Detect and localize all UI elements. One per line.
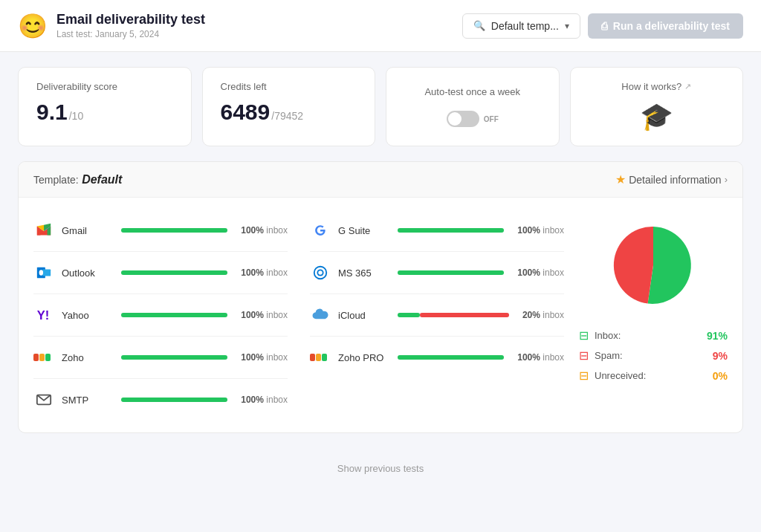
yahoo-name: Yahoo <box>62 310 114 321</box>
inbox-icon: ⊟ <box>579 328 589 343</box>
icloud-icon <box>310 305 331 325</box>
ms365-icon <box>310 262 331 283</box>
zoho-name: Zoho <box>62 352 114 363</box>
outlook-label: 100% inbox <box>241 267 288 278</box>
chevron-down-icon: ▾ <box>565 21 569 31</box>
page-title: Email deliverability test <box>56 12 205 27</box>
provider-row-icloud: iCloud 20% inbox <box>310 294 564 337</box>
gmail-bar <box>121 228 227 233</box>
svg-point-11 <box>318 270 323 275</box>
spam-legend-value: 9% <box>713 350 728 362</box>
deliverability-sub: /10 <box>69 110 83 122</box>
detailed-information-link[interactable]: ★ Detailed information › <box>615 172 728 186</box>
metrics-row: Deliverability score 9.1 /10 Credits lef… <box>0 52 761 161</box>
provider-row-zoho-pro: Zoho PRO 100% inbox <box>310 337 564 378</box>
provider-row-gsuite: G Suite 100% inbox <box>310 210 564 252</box>
legend-spam: ⊟ Spam: 9% <box>579 348 728 363</box>
svg-rect-6 <box>39 354 45 361</box>
credits-value: 6489 /79452 <box>221 100 357 125</box>
zoho-pro-icon <box>310 347 331 368</box>
autotest-card: Auto-test once a week OFF <box>386 67 560 146</box>
gmail-label: 100% inbox <box>241 225 288 236</box>
svg-rect-13 <box>316 354 321 361</box>
gsuite-label: 100% inbox <box>517 225 564 236</box>
svg-rect-2 <box>42 269 51 276</box>
gsuite-name: G Suite <box>338 225 390 236</box>
star-icon: ★ <box>615 172 626 186</box>
template-prefix: Template: <box>33 174 79 186</box>
credits-label: Credits left <box>221 81 357 92</box>
zoho-icon <box>33 347 54 368</box>
footer: Show previous tests <box>0 448 761 489</box>
smtp-name: SMTP <box>62 395 114 406</box>
run-test-button[interactable]: ⎙ Run a deliverability test <box>588 13 743 39</box>
svg-rect-7 <box>45 354 51 361</box>
search-icon: 🔍 <box>473 20 485 31</box>
header-info: Email deliverability test Last test: Jan… <box>56 12 205 39</box>
yahoo-bar <box>121 313 227 317</box>
spam-legend-label: Spam: <box>595 350 623 361</box>
icloud-name: iCloud <box>338 310 390 321</box>
header-right: 🔍 Default temp... ▾ ⎙ Run a deliverabili… <box>462 13 743 39</box>
provider-row-gmail: Gmail 100% inbox <box>33 210 288 252</box>
svg-rect-14 <box>322 354 327 361</box>
ms365-name: MS 365 <box>338 267 390 279</box>
credits-card: Credits left 6489 /79452 <box>202 67 376 146</box>
chevron-right-icon: › <box>725 174 728 185</box>
deliverability-label: Deliverability score <box>36 81 173 92</box>
detailed-label: Detailed information <box>629 174 722 186</box>
outlook-icon <box>33 262 54 283</box>
provider-row-smtp: SMTP 100% inbox <box>33 379 288 421</box>
last-test-date: Last test: January 5, 2024 <box>56 29 205 39</box>
ms365-label: 100% inbox <box>517 267 564 278</box>
svg-text:Y!: Y! <box>37 308 50 322</box>
smtp-label: 100% inbox <box>241 395 288 405</box>
inbox-legend-value: 91% <box>707 330 728 342</box>
unreceived-legend-value: 0% <box>713 370 728 382</box>
toggle-state-label: OFF <box>484 115 499 123</box>
header-emoji: 😊 <box>18 14 48 38</box>
header-left: 😊 Email deliverability test Last test: J… <box>18 12 205 39</box>
template-dropdown[interactable]: 🔍 Default temp... ▾ <box>462 13 580 39</box>
pie-legend: ⊟ Inbox: 91% ⊟ Spam: 9% ⊟ Unreceived: 0% <box>579 328 728 383</box>
zoho-label: 100% inbox <box>241 352 288 363</box>
providers-right-col: G Suite 100% inbox <box>310 210 564 421</box>
results-body: Gmail 100% inbox Outlook <box>19 198 742 432</box>
how-title: How it works? ↗ <box>621 81 691 92</box>
run-test-icon: ⎙ <box>601 20 607 32</box>
deliverability-score-card: Deliverability score 9.1 /10 <box>18 67 192 146</box>
page-header: 😊 Email deliverability test Last test: J… <box>0 0 761 52</box>
provider-row-outlook: Outlook 100% inbox <box>33 252 288 294</box>
pie-chart-area: ⊟ Inbox: 91% ⊟ Spam: 9% ⊟ Unreceived: 0% <box>579 210 728 421</box>
zoho-pro-name: Zoho PRO <box>338 352 390 363</box>
provider-row-yahoo: Y! Yahoo 100% inbox <box>33 294 288 337</box>
template-dropdown-label: Default temp... <box>491 20 559 32</box>
spam-icon: ⊟ <box>579 348 589 363</box>
template-name-value: Default <box>82 173 122 186</box>
providers-left-col: Gmail 100% inbox Outlook <box>33 210 288 421</box>
unreceived-legend-label: Unreceived: <box>595 370 646 381</box>
ms365-bar <box>398 270 504 275</box>
svg-rect-5 <box>33 354 39 361</box>
svg-rect-12 <box>310 354 315 361</box>
email-providers-grid: Gmail 100% inbox Outlook <box>33 210 564 421</box>
autotest-label: Auto-test once a week <box>424 86 520 97</box>
gsuite-icon <box>310 220 331 241</box>
outlook-name: Outlook <box>62 267 114 279</box>
provider-row-ms365: MS 365 100% inbox <box>310 252 564 294</box>
toggle-container: OFF <box>447 111 499 127</box>
provider-row-zoho: Zoho 100% inbox <box>33 337 288 379</box>
yahoo-label: 100% inbox <box>241 310 288 320</box>
run-test-label: Run a deliverability test <box>613 20 730 32</box>
pie-chart <box>605 217 702 314</box>
unreceived-icon: ⊟ <box>579 369 589 383</box>
zoho-bar <box>121 355 227 360</box>
legend-inbox: ⊟ Inbox: 91% <box>579 328 728 343</box>
deliverability-value: 9.1 /10 <box>36 100 173 125</box>
autotest-toggle[interactable] <box>447 111 479 127</box>
template-info: Template: Default <box>33 173 122 186</box>
show-previous-link[interactable]: Show previous tests <box>337 463 424 474</box>
how-it-works-card[interactable]: How it works? ↗ 🎓 <box>570 67 744 146</box>
smtp-bar <box>121 398 227 402</box>
legend-unreceived: ⊟ Unreceived: 0% <box>579 369 728 383</box>
